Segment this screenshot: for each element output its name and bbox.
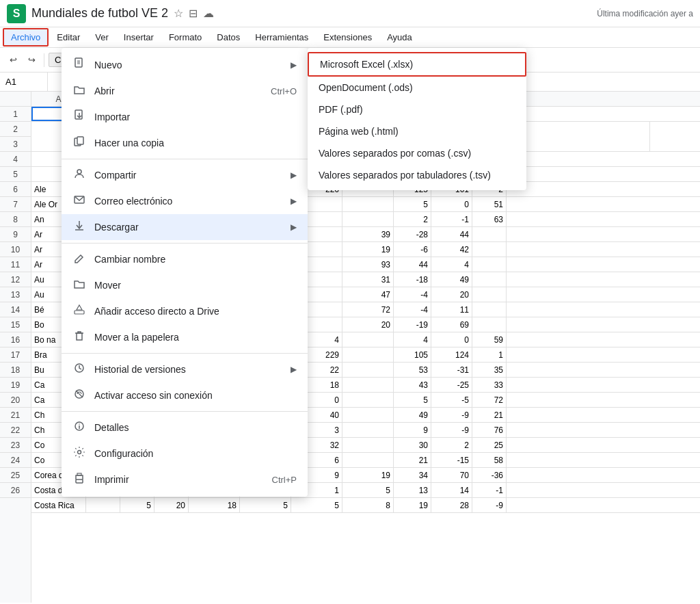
cell-i21[interactable]: 9 [394, 423, 431, 437]
cell-k23[interactable]: 58 [472, 453, 507, 467]
cell-j23[interactable]: -15 [431, 453, 472, 467]
cell-f26[interactable]: 5 [240, 498, 291, 512]
cell-h15[interactable] [342, 332, 394, 347]
cell-j10[interactable]: 4 [431, 257, 472, 272]
cell-h25[interactable]: 5 [342, 483, 394, 497]
cell-j24[interactable]: 70 [431, 468, 472, 482]
redo-button[interactable]: ↪ [24, 53, 40, 66]
download-csv[interactable]: Valores separados por comas (.csv) [308, 142, 526, 164]
cell-j22[interactable]: 2 [431, 438, 472, 452]
menu-formato[interactable]: Formato [162, 29, 208, 45]
cell-b26[interactable] [86, 498, 120, 512]
cell-h26[interactable]: 8 [342, 498, 394, 512]
cell-k8[interactable] [472, 227, 507, 241]
cell-i9[interactable]: -6 [394, 242, 431, 257]
cell-g26[interactable]: 5 [291, 498, 342, 512]
cloud-icon[interactable]: ☁ [203, 7, 214, 20]
cell-k6[interactable]: 51 [472, 197, 507, 211]
menu-item-abrir[interactable]: Abrir Ctrl+O [62, 78, 308, 104]
cell-h10[interactable]: 93 [342, 257, 394, 272]
cell-h21[interactable] [342, 423, 394, 437]
cell-i24[interactable]: 34 [394, 468, 431, 482]
cell-j18[interactable]: -25 [431, 378, 472, 392]
cell-j21[interactable]: -9 [431, 423, 472, 437]
cell-k15[interactable]: 59 [472, 332, 507, 347]
menu-item-renombrar[interactable]: Cambiar nombre [62, 246, 308, 272]
cell-i20[interactable]: 49 [394, 408, 431, 422]
cell-i26[interactable]: 19 [394, 498, 431, 512]
cell-k24[interactable]: -36 [472, 468, 507, 482]
cell-k7[interactable]: 63 [472, 212, 507, 226]
cell-k13[interactable] [472, 302, 507, 317]
cell-i11[interactable]: -18 [394, 272, 431, 287]
cell-k25[interactable]: -1 [472, 483, 507, 497]
download-html[interactable]: Página web (.html) [308, 120, 526, 142]
menu-insertar[interactable]: Insertar [117, 29, 161, 45]
cell-k12[interactable] [472, 287, 507, 302]
cell-k26[interactable]: -9 [472, 498, 507, 512]
download-xlsx[interactable]: Microsoft Excel (.xlsx) [308, 52, 526, 77]
cell-j9[interactable]: 42 [431, 242, 472, 257]
cell-h7[interactable] [342, 212, 394, 226]
menu-extensiones[interactable]: Extensiones [317, 29, 379, 45]
cell-k19[interactable]: 72 [472, 393, 507, 407]
cell-j26[interactable]: 28 [431, 498, 472, 512]
menu-item-acceso-drive[interactable]: Añadir acceso directo a Drive [62, 298, 308, 324]
cell-k9[interactable] [472, 242, 507, 257]
cell-h11[interactable]: 31 [342, 272, 394, 287]
cell-j14[interactable]: 69 [431, 317, 472, 332]
cell-i19[interactable]: 5 [394, 393, 431, 407]
cell-h18[interactable] [342, 378, 394, 392]
cell-j19[interactable]: -5 [431, 393, 472, 407]
cell-a26[interactable]: Costa Rica [31, 498, 86, 512]
menu-ayuda[interactable]: Ayuda [380, 29, 419, 45]
cell-h22[interactable] [342, 438, 394, 452]
cell-i13[interactable]: -4 [394, 302, 431, 317]
cell-j7[interactable]: -1 [431, 212, 472, 226]
download-pdf[interactable]: PDF (.pdf) [308, 99, 526, 120]
cell-c26[interactable]: 5 [120, 498, 154, 512]
cell-h13[interactable]: 72 [342, 302, 394, 317]
cell-i7[interactable]: 2 [394, 212, 431, 226]
cell-j15[interactable]: 0 [431, 332, 472, 347]
menu-ver[interactable]: Ver [88, 29, 116, 45]
cell-k22[interactable]: 25 [472, 438, 507, 452]
cell-h19[interactable] [342, 393, 394, 407]
menu-item-descargar[interactable]: Descargar ▶ [62, 214, 308, 240]
cell-i16[interactable]: 105 [394, 347, 431, 362]
cell-e26[interactable]: 18 [189, 498, 240, 512]
cell-k16[interactable]: 1 [472, 347, 507, 362]
cell-i18[interactable]: 43 [394, 378, 431, 392]
cell-d26[interactable]: 20 [154, 498, 189, 512]
menu-item-compartir[interactable]: Compartir ▶ [62, 162, 308, 188]
cell-j25[interactable]: 14 [431, 483, 472, 497]
cell-h14[interactable]: 20 [342, 317, 394, 332]
download-ods[interactable]: OpenDocument (.ods) [308, 77, 526, 99]
cell-ref[interactable]: A1 [0, 73, 48, 91]
cell-j8[interactable]: 44 [431, 227, 472, 241]
cell-k20[interactable]: 21 [472, 408, 507, 422]
cell-i12[interactable]: -4 [394, 287, 431, 302]
cell-i17[interactable]: 53 [394, 363, 431, 377]
menu-item-imprimir[interactable]: Imprimir Ctrl+P [62, 467, 308, 493]
cell-h8[interactable]: 39 [342, 227, 394, 241]
cell-i6[interactable]: 5 [394, 197, 431, 211]
cell-h16[interactable] [342, 347, 394, 362]
menu-herramientas[interactable]: Herramientas [248, 29, 315, 45]
cell-j16[interactable]: 124 [431, 347, 472, 362]
menu-editar[interactable]: Editar [50, 29, 87, 45]
cell-j13[interactable]: 11 [431, 302, 472, 317]
cell-k17[interactable]: 35 [472, 363, 507, 377]
cell-k21[interactable]: 76 [472, 423, 507, 437]
menu-item-mover[interactable]: Mover [62, 272, 308, 298]
menu-item-historial[interactable]: Historial de versiones ▶ [62, 356, 308, 382]
cell-i15[interactable]: 4 [394, 332, 431, 347]
menu-item-detalles[interactable]: Detalles [62, 415, 308, 441]
cell-h12[interactable]: 47 [342, 287, 394, 302]
menu-item-papelera[interactable]: Mover a la papelera [62, 324, 308, 350]
cell-i25[interactable]: 13 [394, 483, 431, 497]
cell-h20[interactable] [342, 408, 394, 422]
menu-datos[interactable]: Datos [210, 29, 247, 45]
menu-item-copia[interactable]: Hacer una copia [62, 130, 308, 156]
cell-h23[interactable] [342, 453, 394, 467]
